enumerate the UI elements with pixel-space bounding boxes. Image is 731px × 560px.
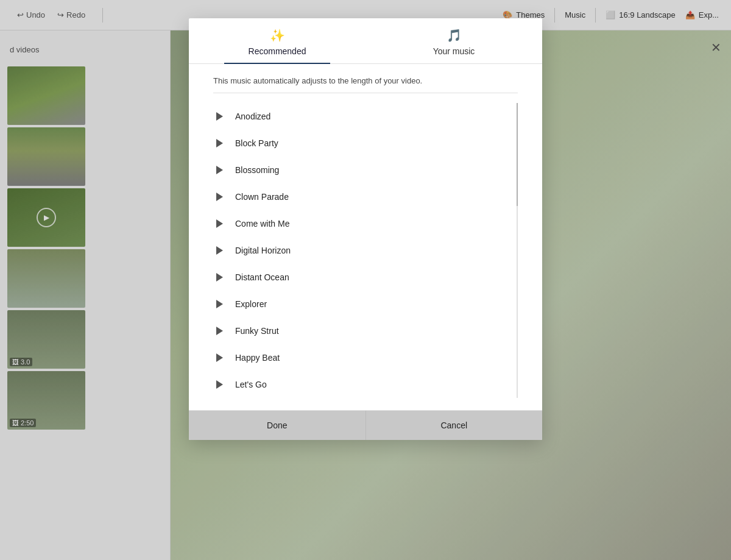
music-item-distant-ocean[interactable]: Distant Ocean xyxy=(213,264,513,291)
play-arrow-block-party xyxy=(213,137,225,149)
music-item-block-party[interactable]: Block Party xyxy=(213,130,513,157)
tab-recommended[interactable]: ✨ Recommended xyxy=(189,18,366,63)
scrollbar-thumb xyxy=(517,103,518,206)
play-arrow-distant-ocean xyxy=(213,271,225,283)
music-name-blossoming: Blossoming xyxy=(235,165,279,175)
music-items-container: AnodizedBlock PartyBlossomingClown Parad… xyxy=(213,103,513,398)
music-item-funky-strut[interactable]: Funky Strut xyxy=(213,317,513,344)
cancel-button[interactable]: Cancel xyxy=(366,411,543,440)
play-arrow-explorer xyxy=(213,298,225,310)
play-arrow-come-with-me xyxy=(213,218,225,230)
play-arrow-blossoming xyxy=(213,164,225,176)
done-button[interactable]: Done xyxy=(189,411,366,440)
music-name-block-party: Block Party xyxy=(235,138,278,148)
modal-body: This music automatically adjusts to the … xyxy=(189,64,542,410)
play-arrow-lets-go xyxy=(213,378,225,391)
music-item-lets-go[interactable]: Let's Go xyxy=(213,371,513,398)
music-item-explorer[interactable]: Explorer xyxy=(213,291,513,317)
play-arrow-digital-horizon xyxy=(213,244,225,257)
music-item-happy-beat[interactable]: Happy Beat xyxy=(213,344,513,371)
play-arrow-happy-beat xyxy=(213,352,225,364)
music-item-clown-parade[interactable]: Clown Parade xyxy=(213,183,513,210)
person-music-icon: 🎵 xyxy=(447,28,462,43)
play-arrow-funky-strut xyxy=(213,325,225,337)
sparkle-icon: ✨ xyxy=(270,28,285,43)
music-name-explorer: Explorer xyxy=(235,299,267,309)
tab-your-music[interactable]: 🎵 Your music xyxy=(366,18,542,63)
music-item-come-with-me[interactable]: Come with Me xyxy=(213,210,513,237)
music-item-digital-horizon[interactable]: Digital Horizon xyxy=(213,237,513,264)
music-name-clown-parade: Clown Parade xyxy=(235,192,289,202)
scrollbar-track xyxy=(517,103,518,398)
music-name-distant-ocean: Distant Ocean xyxy=(235,272,289,282)
music-name-lets-go: Let's Go xyxy=(235,380,267,389)
music-modal: ✨ Recommended 🎵 Your music This music au… xyxy=(189,18,542,440)
play-arrow-clown-parade xyxy=(213,191,225,203)
modal-overlay: ✨ Recommended 🎵 Your music This music au… xyxy=(0,0,731,560)
modal-description: This music automatically adjusts to the … xyxy=(213,76,518,93)
tab-your-music-label: Your music xyxy=(433,46,475,56)
music-name-happy-beat: Happy Beat xyxy=(235,353,280,363)
music-item-anodized[interactable]: Anodized xyxy=(213,103,513,130)
music-name-come-with-me: Come with Me xyxy=(235,219,289,229)
play-arrow-anodized xyxy=(213,110,225,122)
modal-footer: Done Cancel xyxy=(189,410,542,440)
music-name-anodized: Anodized xyxy=(235,112,270,121)
music-item-blossoming[interactable]: Blossoming xyxy=(213,157,513,183)
modal-tabs: ✨ Recommended 🎵 Your music xyxy=(189,18,542,64)
music-name-funky-strut: Funky Strut xyxy=(235,326,279,336)
tab-recommended-label: Recommended xyxy=(249,46,306,56)
music-name-digital-horizon: Digital Horizon xyxy=(235,246,291,255)
music-list[interactable]: AnodizedBlock PartyBlossomingClown Parad… xyxy=(213,103,518,398)
